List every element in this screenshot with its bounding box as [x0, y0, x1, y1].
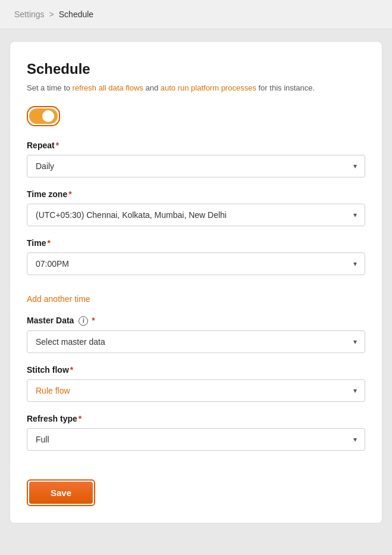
main-content: Schedule Set a time to refresh all data …	[0, 29, 392, 555]
timezone-group: Time zone* (UTC+05:30) Chennai, Kolkata,…	[27, 189, 365, 226]
refresh-type-select-wrapper[interactable]: Full ▾	[27, 428, 365, 451]
schedule-card: Schedule Set a time to refresh all data …	[10, 41, 382, 523]
repeat-select[interactable]: Daily	[27, 155, 365, 177]
schedule-toggle[interactable]	[29, 108, 58, 124]
master-data-required: *	[92, 316, 95, 325]
subtitle-link-data-flows[interactable]: refresh all data flows	[73, 83, 143, 92]
subtitle-text-3: for this instance.	[256, 83, 315, 92]
timezone-select[interactable]: (UTC+05:30) Chennai, Kolkata, Mumbai, Ne…	[27, 204, 365, 226]
repeat-group: Repeat* Daily ▾	[27, 141, 365, 177]
save-button[interactable]: Save	[29, 482, 93, 504]
stitch-flow-required: *	[70, 365, 73, 375]
master-data-group: Master Data i * Select master data ▾	[27, 316, 365, 353]
subtitle: Set a time to refresh all data flows and…	[27, 82, 365, 94]
repeat-label: Repeat*	[27, 141, 365, 150]
save-button-wrapper: Save	[27, 479, 95, 506]
master-data-select[interactable]: Select master data	[27, 330, 365, 353]
time-group: Time* 07:00PM ▾	[27, 238, 365, 275]
add-another-time-link[interactable]: Add another time	[27, 294, 90, 304]
timezone-label: Time zone*	[27, 189, 365, 199]
subtitle-text-2: and	[143, 83, 161, 92]
stitch-flow-select-wrapper[interactable]: Rule flow ▾	[27, 379, 365, 402]
page-title: Schedule	[27, 61, 365, 77]
master-data-label: Master Data i *	[27, 316, 365, 326]
time-select-wrapper[interactable]: 07:00PM ▾	[27, 252, 365, 275]
repeat-select-wrapper[interactable]: Daily ▾	[27, 155, 365, 177]
subtitle-link-auto-run[interactable]: auto run platform processes	[161, 83, 256, 92]
master-data-info-icon: i	[79, 316, 88, 326]
subtitle-text-1: Set a time to	[27, 83, 73, 92]
toggle-slider	[29, 108, 58, 124]
schedule-toggle-wrapper[interactable]	[27, 106, 60, 126]
refresh-type-label: Refresh type*	[27, 414, 365, 423]
breadcrumb-current: Schedule	[59, 10, 93, 19]
timezone-select-wrapper[interactable]: (UTC+05:30) Chennai, Kolkata, Mumbai, Ne…	[27, 204, 365, 226]
time-label: Time*	[27, 238, 365, 248]
breadcrumb-separator: >	[49, 10, 54, 19]
stitch-flow-select[interactable]: Rule flow	[27, 379, 365, 402]
refresh-type-group: Refresh type* Full ▾	[27, 414, 365, 451]
master-data-select-wrapper[interactable]: Select master data ▾	[27, 330, 365, 353]
repeat-required: *	[56, 141, 59, 150]
time-select[interactable]: 07:00PM	[27, 252, 365, 275]
breadcrumb-settings: Settings	[14, 10, 45, 19]
timezone-required: *	[68, 189, 71, 199]
time-required: *	[47, 238, 50, 248]
stitch-flow-group: Stitch flow* Rule flow ▾	[27, 365, 365, 402]
refresh-type-select[interactable]: Full	[27, 428, 365, 451]
breadcrumb: Settings > Schedule	[0, 0, 392, 29]
refresh-type-required: *	[79, 414, 81, 423]
stitch-flow-label: Stitch flow*	[27, 365, 365, 375]
